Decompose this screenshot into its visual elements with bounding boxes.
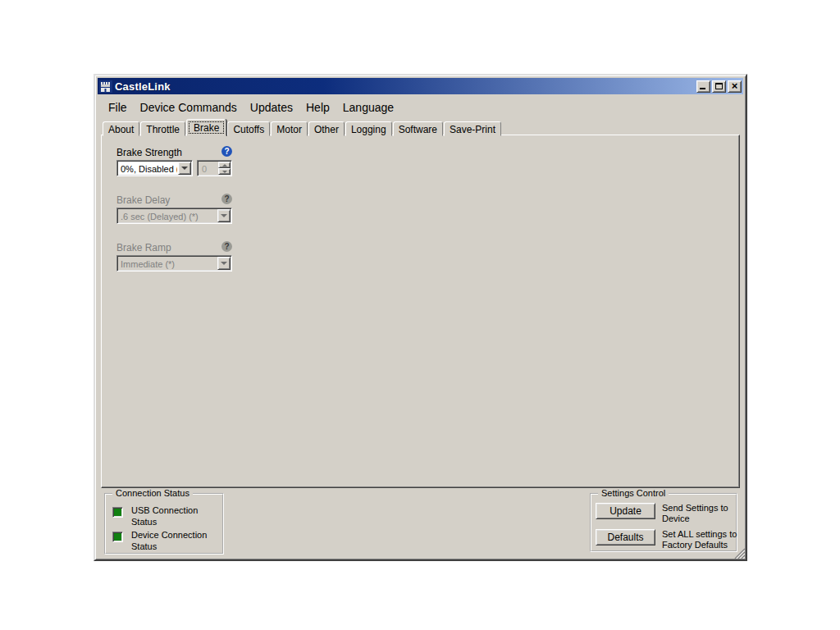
tab-other[interactable]: Other (308, 121, 345, 136)
arrow-down-icon (222, 171, 227, 173)
titlebar[interactable]: CastleLink × (98, 78, 743, 94)
brake-ramp-value: Immediate (*) (117, 256, 217, 271)
minimize-button[interactable] (696, 80, 710, 93)
menu-file[interactable]: File (102, 99, 134, 116)
chevron-down-icon (221, 214, 227, 217)
castlelink-app-icon (99, 80, 112, 93)
brake-delay-value: .6 sec (Delayed) (*) (117, 208, 217, 223)
menu-updates[interactable]: Updates (244, 99, 299, 116)
tab-about[interactable]: About (103, 121, 139, 136)
brake-strength-field: Brake Strength ? (116, 147, 232, 158)
tab-motor[interactable]: Motor (271, 121, 308, 136)
brake-delay-help-icon[interactable]: ? (221, 194, 232, 204)
defaults-row: Defaults Set ALL settings to Factory Def… (596, 529, 744, 550)
defaults-button[interactable]: Defaults (596, 529, 655, 546)
brake-strength-dropdown[interactable]: 0%, Disabled (*) (116, 160, 193, 176)
tab-software[interactable]: Software (393, 121, 443, 136)
brake-strength-spinner-value: 0 (198, 161, 217, 176)
brake-delay-field: Brake Delay ? (116, 194, 232, 206)
maximize-icon (715, 83, 723, 89)
tab-cutoffs[interactable]: Cutoffs (227, 121, 270, 136)
device-status-indicator (112, 532, 123, 542)
tab-throttle[interactable]: Throttle (140, 121, 185, 136)
tab-brake[interactable]: Brake (186, 119, 226, 136)
spinner-buttons (218, 162, 231, 175)
settings-control-group: Settings Control Update Send Settings to… (590, 493, 737, 552)
brake-strength-spinner: 0 (197, 160, 232, 176)
chevron-down-icon (221, 262, 227, 265)
menubar: File Device Commands Updates Help Langua… (98, 97, 743, 117)
update-description: Send Settings to Device (662, 503, 744, 524)
tab-strip: About Throttle Brake Cutoffs Motor Other… (103, 121, 738, 136)
brake-strength-value: 0%, Disabled (*) (117, 161, 177, 176)
close-icon: × (732, 80, 738, 91)
device-connection-label: Device Connection Status (131, 529, 217, 552)
brake-delay-dropdown-button (217, 209, 231, 222)
menu-help[interactable]: Help (299, 99, 336, 116)
brake-ramp-dropdown: Immediate (*) (116, 255, 232, 272)
menu-language[interactable]: Language (336, 99, 400, 116)
device-connection-row: Device Connection Status (112, 529, 217, 552)
brake-ramp-help-icon[interactable]: ? (221, 241, 232, 252)
chevron-down-icon (181, 167, 188, 170)
connection-status-title: Connection Status (112, 488, 193, 498)
tab-logging[interactable]: Logging (345, 121, 392, 136)
brake-strength-label: Brake Strength (116, 147, 232, 158)
resize-grip[interactable] (734, 548, 745, 559)
tab-save-print[interactable]: Save-Print (444, 121, 501, 136)
close-button[interactable]: × (728, 80, 742, 93)
menu-device-commands[interactable]: Device Commands (134, 99, 244, 116)
usb-connection-label: USB Connection Status (131, 504, 217, 527)
brake-strength-help-icon[interactable]: ? (221, 146, 232, 157)
usb-status-indicator (112, 507, 123, 518)
brake-delay-label: Brake Delay (116, 194, 232, 206)
usb-connection-row: USB Connection Status (112, 504, 217, 527)
brake-tab-page: Brake Strength ? 0%, Disabled (*) 0 Brak… (101, 135, 740, 488)
brake-ramp-label: Brake Ramp (116, 242, 232, 253)
defaults-description: Set ALL settings to Factory Defaults (662, 529, 744, 550)
window-title: CastleLink (115, 80, 695, 93)
settings-control-title: Settings Control (598, 488, 669, 498)
update-row: Update Send Settings to Device (596, 503, 744, 524)
minimize-icon (700, 88, 705, 89)
update-button[interactable]: Update (596, 503, 655, 519)
connection-status-group: Connection Status USB Connection Status … (104, 493, 224, 555)
spinner-down-button[interactable] (218, 168, 231, 175)
brake-ramp-dropdown-button (217, 257, 231, 270)
spinner-up-button[interactable] (218, 162, 231, 168)
brake-ramp-field: Brake Ramp ? (116, 242, 232, 253)
arrow-up-icon (222, 164, 227, 167)
maximize-button[interactable] (712, 80, 726, 93)
brake-strength-dropdown-button[interactable] (178, 162, 191, 175)
castlelink-window: CastleLink × File Device Commands Update… (94, 74, 747, 561)
brake-delay-dropdown: .6 sec (Delayed) (*) (116, 208, 232, 224)
